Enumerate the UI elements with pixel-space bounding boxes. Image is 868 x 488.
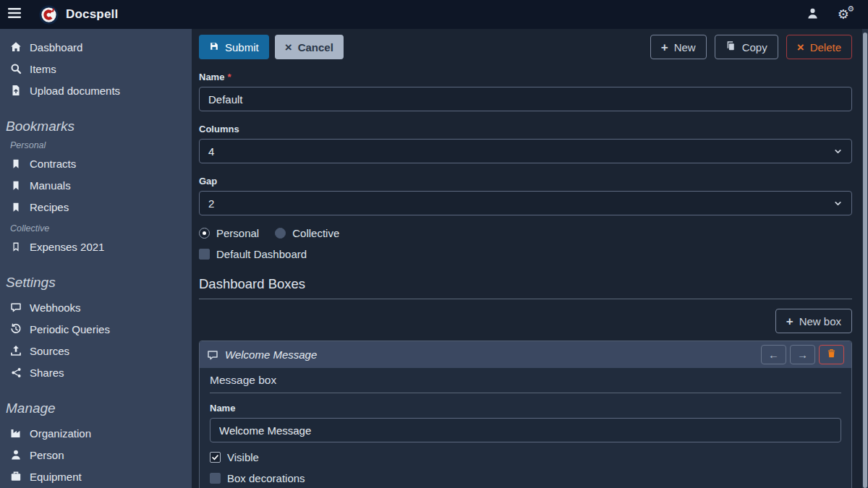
settings-menu-button[interactable]: ⚙⚙ (838, 8, 849, 21)
visible-checkbox[interactable]: Visible (210, 451, 841, 463)
box-header: Welcome Message ← → (200, 341, 851, 368)
file-upload-icon (10, 85, 22, 96)
plus-icon: + (661, 41, 668, 53)
sidebar-item-label: Organization (30, 427, 91, 440)
user-icon (807, 7, 819, 22)
box-decorations-checkbox[interactable]: Box decorations (210, 472, 841, 484)
box-title: Welcome Message (225, 348, 317, 361)
person-icon (10, 449, 22, 461)
delete-button[interactable]: × Delete (786, 35, 852, 59)
chevron-down-icon (833, 199, 843, 208)
docspell-app: Docspell ⚙⚙ Dasbhoard Items Upload docum… (0, 0, 868, 488)
sidebar-sublabel-collective: Collective (10, 223, 192, 234)
checkbox (210, 452, 221, 463)
radio-collective[interactable]: Collective (275, 227, 339, 239)
delete-label: Delete (810, 41, 841, 53)
sidebar-item-label: Expenses 2021 (30, 241, 104, 253)
box-name-input[interactable] (210, 418, 841, 442)
sidebar-item-manuals[interactable]: Manuals (0, 174, 192, 196)
scope-radio-group: Personal Collective (199, 227, 852, 239)
default-dashboard-checkbox[interactable]: Default Dashboard (199, 248, 852, 260)
sidebar-heading-manage: Manage (6, 401, 192, 416)
comment-icon (207, 349, 218, 361)
chevron-down-icon (833, 147, 843, 156)
copy-icon (726, 40, 736, 53)
sidebar-item-dashboard[interactable]: Dasbhoard (0, 36, 192, 58)
copy-label: Copy (742, 41, 767, 53)
gap-field-label: Gap (199, 176, 852, 187)
checkbox-label: Visible (227, 451, 259, 463)
upload-icon (10, 345, 22, 356)
box-header-actions: ← → (761, 345, 844, 364)
new-box-row: + New box (199, 309, 852, 333)
dashboard-box-panel: Welcome Message ← → Message b (199, 341, 852, 488)
new-box-label: New box (799, 315, 841, 328)
topbar: Docspell ⚙⚙ (0, 0, 868, 29)
checkbox (199, 249, 210, 260)
search-icon (10, 63, 22, 74)
sidebar-item-person[interactable]: Person (0, 444, 192, 466)
sidebar-item-label: Manuals (30, 179, 71, 192)
close-icon: × (797, 41, 804, 53)
app-title: Docspell (66, 7, 118, 22)
sidebar-item-label: Shares (30, 367, 64, 379)
sidebar-item-organization[interactable]: Organization (0, 422, 192, 444)
close-icon: × (285, 41, 292, 53)
scrollbar-track[interactable] (862, 29, 868, 488)
sidebar-item-label: Contracts (30, 158, 76, 170)
box-body: Message box Name Visible Box decoratio (200, 368, 851, 488)
bookmark-outline-icon (10, 241, 22, 252)
hamburger-icon (8, 8, 21, 21)
toolbar-left: Submit × Cancel (199, 35, 344, 59)
sidebar-item-label: Person (30, 449, 64, 461)
required-asterisk: * (227, 72, 231, 82)
sidebar-item-shares[interactable]: Shares (0, 361, 192, 383)
app-body: Dasbhoard Items Upload documents Bookmar… (0, 29, 868, 488)
gap-select[interactable]: 2 (199, 191, 852, 215)
sidebar-item-equipment[interactable]: Equipment (0, 466, 192, 487)
cancel-button[interactable]: × Cancel (275, 35, 344, 59)
sidebar-item-contracts[interactable]: Contracts (0, 153, 192, 174)
home-icon (10, 41, 22, 53)
move-box-left-button[interactable]: ← (761, 345, 786, 364)
sidebar-item-label: Equipment (30, 471, 82, 483)
sidebar-item-periodic-queries[interactable]: Periodic Queries (0, 318, 192, 340)
sidebar-item-items[interactable]: Items (0, 58, 192, 80)
new-button[interactable]: + New (650, 35, 707, 59)
radio-personal[interactable]: Personal (199, 227, 259, 239)
submit-label: Submit (225, 41, 259, 53)
trash-icon (827, 348, 836, 361)
toolbar-right: + New Copy × Delete (650, 35, 852, 59)
new-box-button[interactable]: + New box (775, 309, 852, 333)
main-content: Submit × Cancel + New Copy (192, 29, 868, 488)
sidebar-item-expenses-2021[interactable]: Expenses 2021 (0, 236, 192, 257)
delete-box-button[interactable] (819, 345, 844, 364)
copy-button[interactable]: Copy (715, 35, 778, 59)
sidebar-item-sources[interactable]: Sources (0, 340, 192, 361)
new-label: New (674, 41, 696, 53)
sidebar-item-upload-documents[interactable]: Upload documents (0, 80, 192, 101)
account-menu-button[interactable] (807, 7, 819, 22)
sidebar: Dasbhoard Items Upload documents Bookmar… (0, 29, 192, 488)
share-icon (10, 367, 22, 378)
bookmark-icon (10, 179, 22, 191)
move-box-right-button[interactable]: → (790, 345, 815, 364)
sidebar-item-webhooks[interactable]: Webhooks (0, 296, 192, 318)
cancel-label: Cancel (298, 41, 333, 53)
cogs-icon: ⚙⚙ (838, 8, 849, 21)
scrollbar-thumb[interactable] (863, 33, 867, 488)
sidebar-item-recipes[interactable]: Recipes (0, 196, 192, 218)
arrow-left-icon: ← (768, 348, 779, 361)
dashboard-name-input[interactable] (199, 87, 852, 111)
sidebar-heading-settings: Settings (6, 275, 192, 291)
submit-button[interactable]: Submit (199, 35, 269, 59)
radio-label: Personal (216, 227, 259, 239)
sidebar-heading-bookmarks: Bookmarks (6, 119, 192, 134)
sidebar-item-label: Sources (30, 345, 69, 357)
menu-toggle-button[interactable] (0, 8, 29, 21)
radio-button (275, 228, 286, 239)
columns-select[interactable]: 4 (199, 139, 852, 163)
bookmark-icon (10, 201, 22, 213)
checkbox-label: Default Dashboard (216, 248, 307, 260)
dashboard-boxes-heading: Dashboard Boxes (199, 276, 852, 299)
